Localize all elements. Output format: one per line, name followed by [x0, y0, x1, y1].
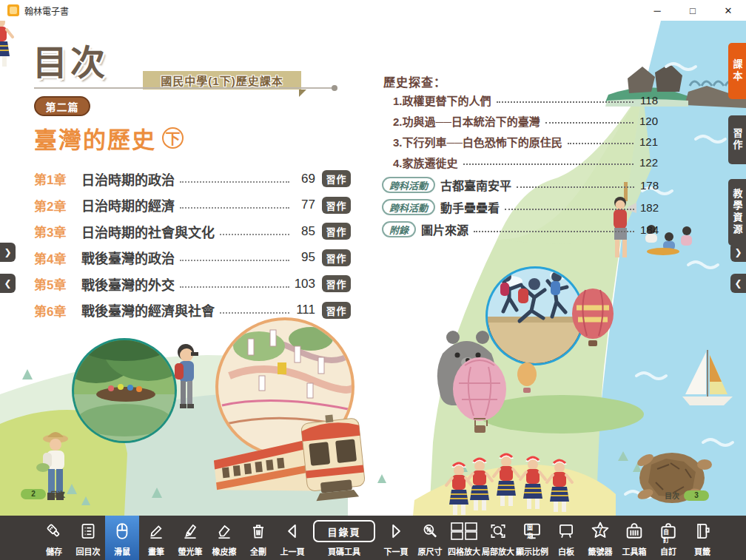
table-row[interactable]: 第1章 日治時期的政治 69 習作	[34, 166, 351, 192]
chevron-right-icon: ❯	[734, 247, 742, 257]
dot-leader	[474, 231, 634, 232]
tab-teaching-resources[interactable]: 教學資源	[728, 179, 746, 246]
tab-workbook[interactable]: 習作	[728, 115, 746, 164]
toc-page-button-text[interactable]: 目錄頁	[313, 520, 375, 542]
dot-leader	[180, 286, 289, 288]
list-item[interactable]: 跨科活動 古都臺南安平 178	[382, 174, 659, 196]
prev-page-icon	[283, 519, 302, 544]
toolbar-delete-all-button[interactable]: 全刪	[241, 516, 275, 560]
display-ratio-icon: 固定	[522, 519, 542, 544]
workbook-badge[interactable]: 習作	[322, 197, 351, 214]
toolbar-whiteboard-button[interactable]: 白板	[549, 516, 583, 560]
list-item[interactable]: 2.功與過──日本統治下的臺灣 120	[393, 110, 658, 131]
list-item[interactable]: 1.政權更替下的人們 118	[393, 90, 658, 110]
divider-line	[34, 87, 335, 89]
activity-badge: 跨科活動	[382, 199, 435, 215]
item-page-number: 118	[637, 94, 658, 107]
toolbar-highlighter-button[interactable]: 螢光筆	[173, 516, 207, 560]
activity-title: 圖片來源	[421, 220, 468, 238]
item-title: 2.功與過──日本統治下的臺灣	[393, 113, 540, 129]
workbook-badge[interactable]: 習作	[322, 302, 351, 319]
left-edge-next-button[interactable]: ❯	[0, 243, 16, 262]
page-number-button[interactable]: 目錄頁	[313, 519, 375, 544]
partial-zoom-icon	[488, 519, 508, 544]
explore-list: 1.政權更替下的人們 118 2.功與過──日本統治下的臺灣 120 3.下行列…	[393, 90, 658, 172]
toolbar-eraser-button[interactable]: 橡皮擦	[207, 516, 241, 560]
original-size-icon	[420, 519, 440, 544]
chapter-label: 第4章	[34, 249, 81, 267]
right-edge-prev-button[interactable]: ❮	[730, 274, 746, 293]
toolbar-display-ratio-button[interactable]: 固定 顯示比例	[515, 516, 549, 560]
custom-box-icon: 自訂	[658, 519, 679, 544]
toolbar-page-number-tool[interactable]: 目錄頁 頁碼工具	[309, 516, 379, 560]
whiteboard-icon	[557, 519, 576, 544]
toolbar-label: 工具箱	[622, 545, 647, 557]
tab-textbook[interactable]: 課本	[728, 43, 746, 99]
toolbar-partial-zoom-button[interactable]: 局部放大	[481, 516, 515, 560]
close-button[interactable]: ✕	[710, 0, 746, 21]
dot-leader	[545, 122, 634, 124]
chapter-page-number: 85	[293, 224, 315, 239]
table-row[interactable]: 第2章 日治時期的經濟 77 習作	[34, 192, 351, 219]
toolbar-back-to-toc-button[interactable]: 回目次	[71, 516, 105, 560]
toolbar-label: 顯示比例	[516, 545, 548, 557]
list-item[interactable]: 跨科活動 動手疊疊看 182	[382, 196, 659, 218]
toolbar-prev-page-button[interactable]: 上一頁	[275, 516, 309, 560]
list-item[interactable]: 3.下行列車──白色恐怖下的原住民 121	[393, 131, 658, 152]
chapter-title: 戰後臺灣的政治	[81, 248, 175, 267]
item-page-number: 120	[637, 115, 658, 127]
ebook-app-window: 翰林電子書 ─ □ ✕	[0, 0, 746, 560]
dot-leader	[180, 181, 289, 183]
right-page-footer: 目次 3	[665, 490, 709, 501]
toolbar-label: 下一頁	[384, 545, 409, 557]
app-logo-icon	[7, 4, 19, 16]
toolbar-four-grid-zoom-button[interactable]: 四格放大	[447, 516, 481, 560]
toolbar-label: 頁籤	[694, 545, 710, 557]
workbook-badge[interactable]: 習作	[322, 275, 351, 292]
dot-leader	[517, 186, 634, 188]
table-row[interactable]: 第5章 戰後臺灣的外交 103 習作	[34, 271, 351, 297]
toolbar-save-button[interactable]: 儲存	[37, 516, 71, 560]
minimize-button[interactable]: ─	[639, 0, 675, 21]
save-icon	[44, 519, 64, 544]
toolbar-next-page-button[interactable]: 下一頁	[379, 516, 413, 560]
toolbar-toolbox-button[interactable]: 工具箱	[617, 516, 651, 560]
toolbar-custom-button[interactable]: 自訂 自訂	[651, 516, 685, 560]
table-row[interactable]: 第3章 日治時期的社會與文化 85 習作	[34, 218, 351, 245]
toolbar-label: 儲存	[46, 545, 62, 557]
toolbar-original-size-button[interactable]: 原尺寸	[413, 516, 447, 560]
chapter-list: 第1章 日治時期的政治 69 習作 第2章 日治時期的經濟 77 習作 第3章 …	[34, 166, 351, 323]
right-edge-next-button[interactable]: ❯	[730, 243, 746, 262]
item-title: 1.政權更替下的人們	[393, 92, 491, 108]
star-number-icon: 7	[589, 519, 611, 544]
table-row[interactable]: 第6章 戰後臺灣的經濟與社會 111 習作	[34, 297, 351, 324]
chapter-page-number: 69	[293, 172, 315, 186]
window-title: 翰林電子書	[24, 4, 69, 17]
list-item[interactable]: 附錄 圖片來源 184	[382, 218, 659, 240]
workbook-badge[interactable]: 習作	[322, 249, 351, 266]
dot-leader	[568, 143, 634, 144]
toolbar-page-tabs-button[interactable]: 頁籤	[685, 516, 719, 560]
workbook-badge[interactable]: 習作	[322, 223, 351, 240]
page-number-pill: 2	[21, 489, 46, 499]
workbook-badge[interactable]: 習作	[322, 170, 351, 187]
fixed-ratio-text: 固定	[527, 523, 537, 539]
toolbar-number-picker-button[interactable]: 7 籤號器	[583, 516, 617, 560]
chapter-label: 第1章	[34, 169, 81, 188]
toolbar-label: 全刪	[250, 545, 266, 557]
toc-list-icon	[78, 519, 98, 544]
item-page-number: 121	[637, 135, 658, 148]
toolbar-mouse-button[interactable]: 滑鼠	[105, 516, 139, 560]
chapter-title: 日治時期的政治	[81, 169, 175, 189]
title-bar: 翰林電子書 ─ □ ✕	[0, 0, 746, 21]
dot-leader	[180, 207, 289, 209]
highlighter-icon	[181, 519, 200, 544]
list-item[interactable]: 4.家族遷徙史 122	[393, 152, 658, 172]
custom-icon-text: 自訂	[663, 527, 673, 544]
chapter-title: 戰後臺灣的經濟與社會	[81, 300, 215, 320]
table-row[interactable]: 第4章 戰後臺灣的政治 95 習作	[34, 245, 351, 271]
toolbar-label: 滑鼠	[114, 545, 130, 557]
toolbar-pen-button[interactable]: 畫筆	[139, 516, 173, 560]
left-edge-prev-button[interactable]: ❮	[0, 274, 16, 293]
maximize-button[interactable]: □	[675, 0, 710, 21]
